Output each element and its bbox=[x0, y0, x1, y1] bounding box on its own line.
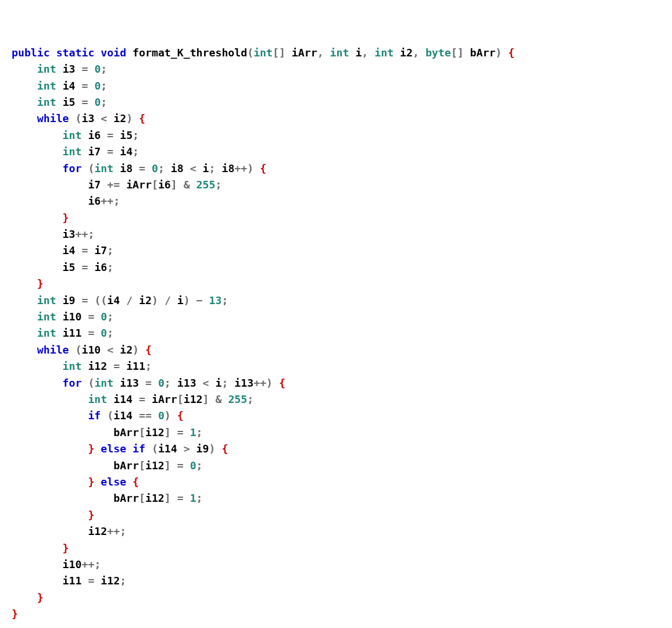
kw-void: void bbox=[101, 47, 126, 59]
kw-if: if bbox=[88, 409, 101, 422]
function-name: format_K_threshold bbox=[133, 47, 247, 59]
type-byte: byte bbox=[426, 47, 451, 59]
kw-for: for bbox=[63, 162, 82, 174]
kw-while: while bbox=[37, 112, 69, 124]
close-brace: } bbox=[12, 608, 18, 620]
open-brace: { bbox=[508, 47, 514, 59]
kw-else: else bbox=[101, 443, 126, 455]
code-block: public static void format_K_threshold(in… bbox=[12, 45, 660, 623]
type-int: int bbox=[253, 47, 273, 59]
kw-public: public bbox=[12, 47, 50, 59]
kw-static: static bbox=[56, 47, 95, 59]
